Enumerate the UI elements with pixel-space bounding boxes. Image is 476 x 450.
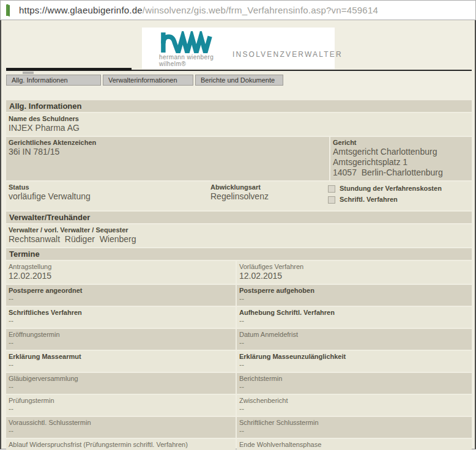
value-zwischenbericht: --	[239, 405, 469, 413]
tab-verwalterinformationen[interactable]: Verwalterinformationen	[103, 75, 193, 86]
label-stundung-der-verfahrenskosten: Stundung der Verfahrenskosten	[340, 185, 442, 193]
table-row: Antragstellung 12.02.2015 Vorläufiges Ve…	[6, 261, 472, 284]
label-pruefungstermin: Prüfungstermin	[9, 397, 233, 405]
label-erklaerung-masseunzulaenglichkeit: Erklärung Masseunzulänglichkeit	[239, 353, 469, 361]
checkbox-schriftl-verfahren[interactable]	[328, 196, 335, 204]
label-schriftlicher-schlusstermin: Schriftlicher Schlusstermin	[239, 419, 469, 427]
table-row: Voraussichtl. Schlusstermin -- Schriftli…	[6, 417, 472, 438]
cell-gericht: Gericht Amtsgericht Charlottenburg Amtsg…	[330, 137, 472, 180]
row-name-des-schuldners: Name des Schuldners INJEX Pharma AG	[6, 113, 472, 136]
section-header-termine: Termine	[6, 248, 472, 260]
value-gericht-line1: Amtsgericht Charlottenburg	[333, 147, 469, 157]
label-berichtstermin: Berichtstermin	[239, 375, 469, 383]
value-glaeubigerversammlung: --	[9, 383, 233, 391]
value-erklaerung-massearmut: --	[9, 361, 233, 369]
value-gericht-line2: Amtsgerichtsplatz 1	[333, 157, 469, 168]
value-aufhebung-schriftl-verfahren: --	[239, 317, 469, 325]
verfahrensinfo-table: Allg. Informationen Name des Schuldners …	[6, 100, 472, 450]
value-abwicklungsart: Regelinsolvenz	[210, 191, 328, 202]
value-vorlaeufiges-verfahren: 12.02.2015	[239, 271, 469, 281]
value-erklaerung-masseunzulaenglichkeit: --	[239, 361, 469, 369]
value-gerichtliches-aktenzeichen: 36i IN 781/15	[9, 147, 327, 157]
https-lock-icon	[6, 6, 14, 15]
value-schriftliches-verfahren: --	[9, 317, 233, 325]
tab-bar: Allg. Informationen Verwalterinformation…	[6, 75, 285, 86]
tab-allg-informationen[interactable]: Allg. Informationen	[6, 75, 101, 86]
label-ende-wohlverhaltensphase: Ende Wohlverhaltensphase	[239, 441, 469, 449]
label-status: Status	[9, 183, 210, 191]
label-glaeubigerversammlung: Gläubigerversammlung	[9, 375, 233, 383]
label-postsperre-angeordnet: Postsperre angeordnet	[9, 287, 233, 295]
active-tab-rule	[6, 68, 132, 71]
hww-logo-icon	[158, 31, 226, 53]
section-header-verwalter-treuhaender: Verwalter/Treuhänder	[6, 212, 472, 223]
value-verwalter: Rechtsanwalt Rüdiger Wienberg	[9, 234, 469, 245]
menu-rule-nub	[23, 72, 34, 74]
label-voraussichtl-schlusstermin: Voraussichtl. Schlusstermin	[9, 419, 233, 427]
value-status: vorläufige Verwaltung	[9, 191, 210, 202]
label-datum-anmeldefrist: Datum Anmeldefrist	[239, 331, 469, 339]
label-schriftl-verfahren: Schriftl. Verfahren	[340, 196, 398, 204]
label-erklaerung-massearmut: Erklärung Massearmut	[9, 353, 233, 361]
label-zwischenbericht: Zwischenbericht	[239, 397, 469, 405]
value-gericht-line3: 14057 Berlin-Charlottenburg	[333, 168, 469, 178]
label-ablauf-widerspruchsfrist: Ablauf Widerspruchsfrist (Prüfungstermin…	[9, 441, 233, 449]
section-header-allg-informationen: Allg. Informationen	[6, 100, 472, 112]
label-gerichtliches-aktenzeichen: Gerichtliches Aktenzeichen	[9, 139, 327, 147]
value-postsperre-aufgehoben: --	[239, 295, 469, 303]
value-datum-anmeldefrist: --	[239, 339, 469, 347]
logo-tagline: INSOLVENZVERWALTER	[232, 50, 343, 59]
value-schriftlicher-schlusstermin: --	[239, 427, 469, 435]
label-name-des-schuldners: Name des Schuldners	[9, 115, 469, 123]
label-aufhebung-schriftl-verfahren: Aufhebung Schriftl. Verfahren	[239, 309, 469, 317]
table-row: Ablauf Widerspruchsfrist (Prüfungstermin…	[6, 439, 472, 450]
label-eroeffnungstermin: Eröffnungstermin	[9, 331, 233, 339]
url-text[interactable]: https://www.glaeubigerinfo.de/winsolvenz…	[19, 5, 378, 15]
label-schriftliches-verfahren: Schriftliches Verfahren	[9, 309, 233, 317]
hww-logo-box: hermann wienberg wilhelm® INSOLVENZVERWA…	[142, 28, 335, 69]
cell-gerichtliches-aktenzeichen: Gerichtliches Aktenzeichen 36i IN 781/15	[6, 137, 329, 180]
url-path-part: /winsolvenz/gis.web/frm_Verfahrensinfo.a…	[143, 5, 378, 15]
table-row: Schriftliches Verfahren -- Aufhebung Sch…	[6, 307, 472, 328]
label-verwalter: Verwalter / vorl. Verwalter / Sequester	[9, 226, 469, 234]
url-secure-part: https://www.glaeubigerinfo.de	[19, 5, 143, 15]
page-content: hermann wienberg wilhelm® INSOLVENZVERWA…	[0, 20, 476, 449]
label-antragstellung: Antragstellung	[9, 263, 233, 271]
value-voraussichtl-schlusstermin: --	[9, 427, 233, 435]
value-antragstellung: 12.02.2015	[9, 271, 233, 281]
label-gericht: Gericht	[333, 139, 469, 147]
table-row: Gläubigerversammlung -- Berichtstermin -…	[6, 373, 472, 394]
table-row: Eröffnungstermin -- Datum Anmeldefrist -…	[6, 329, 472, 350]
value-berichtstermin: --	[239, 383, 469, 391]
value-eroeffnungstermin: --	[9, 339, 233, 347]
label-abwicklungsart: Abwicklungsart	[210, 183, 328, 191]
row-status: Status vorläufige Verwaltung Abwicklungs…	[6, 182, 472, 210]
value-postsperre-angeordnet: --	[9, 295, 233, 303]
value-name-des-schuldners: INJEX Pharma AG	[9, 123, 469, 133]
table-row: Postsperre angeordnet -- Postsperre aufg…	[6, 285, 472, 306]
table-row: Prüfungstermin -- Zwischenbericht --	[6, 395, 472, 416]
label-vorlaeufiges-verfahren: Vorläufiges Verfahren	[239, 263, 469, 271]
table-row: Erklärung Massearmut -- Erklärung Masseu…	[6, 351, 472, 372]
row-verwalter: Verwalter / vorl. Verwalter / Sequester …	[6, 224, 472, 247]
row-aktenzeichen-gericht: Gerichtliches Aktenzeichen 36i IN 781/15…	[6, 137, 472, 180]
tab-berichte-und-dokumente[interactable]: Berichte und Dokumente	[195, 75, 283, 86]
label-postsperre-aufgehoben: Postsperre aufgehoben	[239, 287, 469, 295]
value-pruefungstermin: --	[9, 405, 233, 413]
checkbox-stundung-der-verfahrenskosten[interactable]	[328, 185, 335, 193]
address-bar[interactable]: https://www.glaeubigerinfo.de/winsolvenz…	[0, 0, 476, 20]
logo-subtitle: hermann wienberg wilhelm®	[158, 54, 226, 67]
